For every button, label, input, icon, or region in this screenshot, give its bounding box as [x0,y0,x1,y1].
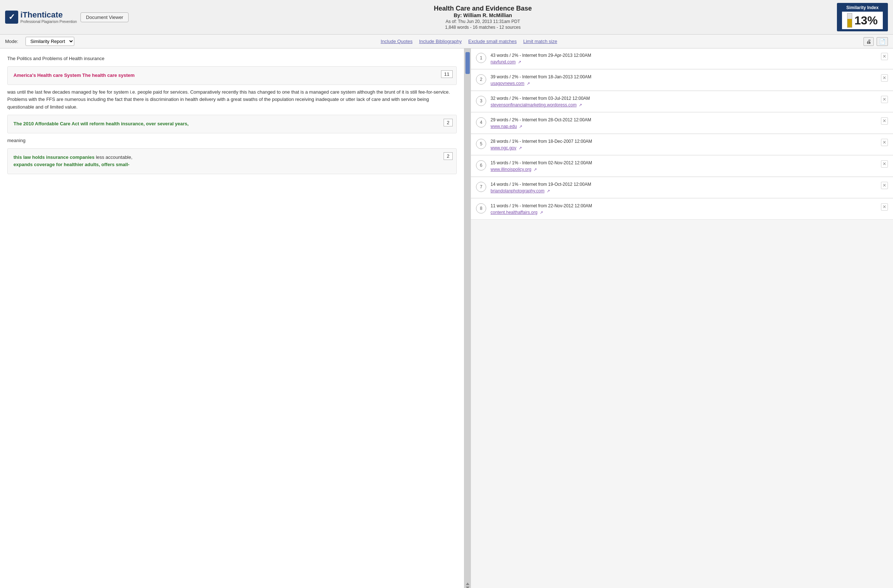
download-button[interactable]: 📄 [876,37,888,46]
match-number-3[interactable]: 2 [443,152,453,160]
match-num-circle: 3 [476,96,486,106]
match-text-1: America's Health care System The health … [14,72,135,78]
match-close-button[interactable]: × [881,160,888,168]
match-source-link[interactable]: content.healthaffairs.org [490,210,538,215]
match-info: 11 words / 1% - Internet from 22-Nov-201… [490,203,876,215]
match-number-2[interactable]: 2 [443,119,453,126]
similarity-value-area: 13% [842,12,883,29]
similarity-percent: 13% [854,14,878,27]
external-link-icon: ↗ [532,167,537,171]
match-number-1[interactable]: 11 [441,70,453,78]
match-num-circle: 8 [476,203,486,214]
match-link-wrap: www.illinoispolicy.org ↗ [490,167,876,172]
match-source-link[interactable]: www.ngc.gov [490,145,516,150]
match-source-link[interactable]: usagovnews.com [490,81,525,86]
mode-select[interactable]: Similarity Report [26,37,74,46]
arrow-up-icon[interactable] [466,582,469,585]
similarity-bar [847,13,852,28]
header: ✓ iThenticate Professional Plagiarism Pr… [0,0,893,35]
match-info: 14 words / 1% - Internet from 19-Oct-201… [490,182,876,194]
match-info: 39 words / 2% - Internet from 18-Jan-201… [490,74,876,86]
match-close-button[interactable]: × [881,139,888,146]
similarity-index-box: Similarity Index 13% [837,3,888,31]
document-viewer-button[interactable]: Document Viewer [81,12,129,22]
match-close-button[interactable]: × [881,53,888,60]
match-close-button[interactable]: × [881,96,888,103]
match-num-circle: 7 [476,182,486,192]
match-close-button[interactable]: × [881,182,888,189]
divider-arrows [466,582,469,588]
document-author: By: William R. McMillian [132,12,833,18]
match-link-wrap: www.nap.edu ↗ [490,123,876,129]
main-content: The Politics and Problems of Health insu… [0,48,893,588]
match-stats: 32 words / 2% - Internet from 03-Jul-201… [490,96,876,101]
match-source-link[interactable]: www.nap.edu [490,124,517,129]
match-info: 28 words / 1% - Internet from 18-Dec-200… [490,139,876,150]
match-link-wrap: content.healthaffairs.org ↗ [490,209,876,215]
external-link-icon: ↗ [577,103,582,107]
document-date: As of: Thu Jun 20, 2013 11:31am PDT [132,19,833,24]
logo-checkmark: ✓ [5,11,18,24]
match-text-3c: expands coverage for healthier adults, o… [14,162,130,167]
match-source-link[interactable]: stevensonfinancialmarketing.wordpress.co… [490,102,577,107]
match-num-circle: 5 [476,139,486,149]
match-text-3b: less accountable, [96,155,132,160]
match-num-circle: 6 [476,160,486,170]
match-row[interactable]: 714 words / 1% - Internet from 19-Oct-20… [471,177,893,198]
match-info: 43 words / 2% - Internet from 29-Apr-201… [490,53,876,65]
match-info: 15 words / 1% - Internet from 02-Nov-201… [490,160,876,172]
matches-right-pane[interactable]: 143 words / 2% - Internet from 29-Apr-20… [471,48,893,588]
match-source-link[interactable]: www.illinoispolicy.org [490,167,531,172]
document-info: Health Care and Evidence Base By: Willia… [132,5,833,30]
match-row[interactable]: 332 words / 2% - Internet from 03-Jul-20… [471,92,893,112]
match-row[interactable]: 239 words / 2% - Internet from 18-Jan-20… [471,70,893,91]
external-link-icon: ↗ [526,81,530,86]
match-block-2: The 2010 Affordable Care Act will reform… [7,115,457,133]
match-stats: 39 words / 2% - Internet from 18-Jan-201… [490,74,876,80]
match-row[interactable]: 528 words / 1% - Internet from 18-Dec-20… [471,134,893,155]
match-stats: 43 words / 2% - Internet from 29-Apr-201… [490,53,876,58]
match-stats: 29 words / 2% - Internet from 28-Oct-201… [490,117,876,122]
match-link-wrap: briandolanphotography.com ↗ [490,188,876,194]
match-close-button[interactable]: × [881,74,888,81]
match-info: 32 words / 2% - Internet from 03-Jul-201… [490,96,876,107]
match-stats: 14 words / 1% - Internet from 19-Oct-201… [490,182,876,187]
limit-match-size-link[interactable]: Limit match size [523,39,557,44]
match-link-wrap: www.ngc.gov ↗ [490,145,876,150]
brand-name: iThenticate [20,10,77,20]
brand-tagline: Professional Plagiarism Prevention [20,20,77,24]
mode-label: Mode: [5,39,18,44]
match-link-wrap: usagovnews.com ↗ [490,81,876,86]
scroll-handle[interactable] [465,52,470,74]
include-quotes-link[interactable]: Include Quotes [380,39,412,44]
match-info: 29 words / 2% - Internet from 28-Oct-201… [490,117,876,129]
external-link-icon: ↗ [539,210,543,215]
match-source-link[interactable]: navfund.com [490,59,516,65]
document-left-pane[interactable]: The Politics and Problems of Health insu… [0,48,465,588]
match-row[interactable]: 143 words / 2% - Internet from 29-Apr-20… [471,48,893,69]
match-num-circle: 2 [476,74,486,84]
exclude-small-matches-link[interactable]: Exclude small matches [468,39,517,44]
match-close-button[interactable]: × [881,117,888,125]
match-row[interactable]: 429 words / 2% - Internet from 28-Oct-20… [471,113,893,134]
match-stats: 15 words / 1% - Internet from 02-Nov-201… [490,160,876,165]
match-row[interactable]: 811 words / 1% - Internet from 22-Nov-20… [471,199,893,220]
match-text-2: The 2010 Affordable Care Act will reform… [14,121,189,126]
paragraph-2: was until the last few decades managed b… [7,89,457,111]
match-num-circle: 1 [476,53,486,63]
toolbar-links: Include Quotes Include Bibliography Excl… [81,39,856,44]
match-block-3: this law holds insurance companies less … [7,148,457,174]
match-close-button[interactable]: × [881,203,888,211]
match-num-circle: 4 [476,117,486,128]
match-row[interactable]: 615 words / 1% - Internet from 02-Nov-20… [471,156,893,177]
match-link-wrap: stevensonfinancialmarketing.wordpress.co… [490,102,876,107]
arrow-down-icon[interactable] [466,586,469,588]
logo-area: ✓ iThenticate Professional Plagiarism Pr… [5,10,77,24]
include-bibliography-link[interactable]: Include Bibliography [419,39,462,44]
toolbar-icon-group: 🖨 📄 [863,37,888,46]
match-stats: 28 words / 1% - Internet from 18-Dec-200… [490,139,876,144]
print-button[interactable]: 🖨 [863,37,874,46]
external-link-icon: ↗ [517,146,522,150]
logo-text: iThenticate Professional Plagiarism Prev… [20,10,77,24]
match-source-link[interactable]: briandolanphotography.com [490,188,544,194]
